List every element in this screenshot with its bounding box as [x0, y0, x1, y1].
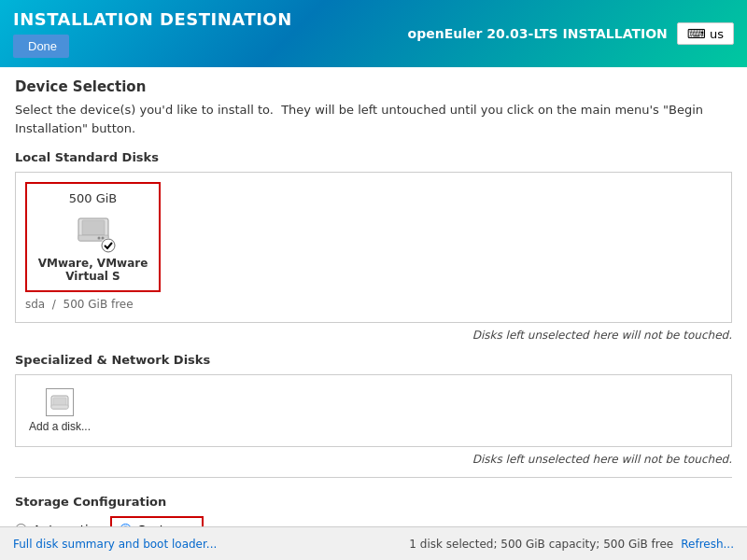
footer-right: 1 disk selected; 500 GiB capacity; 500 G… — [409, 538, 734, 551]
separator — [15, 477, 732, 478]
custom-label: Custom — [137, 523, 184, 526]
main-content: Device Selection Select the device(s) yo… — [0, 67, 747, 526]
custom-radio[interactable] — [120, 524, 132, 526]
installation-title: openEuler 20.03-LTS INSTALLATION — [408, 26, 668, 41]
disk-icon-wrapper — [75, 211, 112, 251]
add-disk-label: Add a disk... — [29, 420, 91, 433]
svg-rect-8 — [51, 405, 68, 409]
footer-status: 1 disk selected; 500 GiB capacity; 500 G… — [409, 538, 673, 551]
disk-summary-link[interactable]: Full disk summary and boot loader... — [13, 538, 217, 551]
storage-config-title: Storage Configuration — [15, 495, 732, 509]
specialized-disks-hint: Disks left unselected here will not be t… — [15, 453, 732, 466]
device-selection-description: Select the device(s) you'd like to insta… — [15, 101, 732, 137]
automatic-label: Automatic — [33, 523, 95, 526]
keyboard-indicator[interactable]: ⌨ us — [677, 22, 734, 45]
disk-path: sda — [25, 298, 45, 311]
local-disks-title: Local Standard Disks — [15, 150, 732, 164]
disk-meta: sda / 500 GiB free — [25, 298, 722, 311]
footer: Full disk summary and boot loader... 1 d… — [0, 526, 747, 560]
local-disks-area: 500 GiB VMware, VMware Virtual S — [15, 172, 732, 323]
automatic-option[interactable]: Automatic — [15, 523, 95, 526]
refresh-link[interactable]: Refresh... — [681, 538, 734, 551]
disk-size: 500 GiB — [35, 191, 151, 205]
header-left: INSTALLATION DESTINATION Done — [13, 9, 292, 58]
disk-item[interactable]: 500 GiB VMware, VMware Virtual S — [25, 182, 161, 292]
disk-check-icon — [101, 238, 116, 253]
storage-configuration: Storage Configuration Automatic Custom — [15, 487, 732, 526]
add-disk-icon — [46, 388, 74, 416]
header-right: openEuler 20.03-LTS INSTALLATION ⌨ us — [408, 22, 734, 45]
specialized-disks-title: Specialized & Network Disks — [15, 353, 732, 367]
svg-point-5 — [102, 239, 115, 252]
header: INSTALLATION DESTINATION Done openEuler … — [0, 0, 747, 67]
radio-group: Automatic Custom — [15, 516, 732, 526]
local-disks-hint: Disks left unselected here will not be t… — [15, 329, 732, 342]
specialized-disks-area: Add a disk... — [15, 374, 732, 447]
svg-rect-7 — [53, 398, 66, 406]
disk-name: VMware, VMware Virtual S — [35, 257, 151, 283]
custom-option-box: Custom — [110, 516, 204, 526]
page-title: INSTALLATION DESTINATION — [13, 9, 292, 29]
custom-option[interactable]: Custom — [120, 523, 184, 526]
automatic-radio[interactable] — [15, 524, 27, 526]
disk-free: 500 GiB free — [63, 298, 134, 311]
svg-rect-1 — [82, 220, 105, 235]
done-button[interactable]: Done — [13, 35, 69, 58]
keyboard-layout-label: us — [710, 27, 724, 41]
add-disk-button[interactable]: Add a disk... — [25, 385, 94, 437]
keyboard-icon: ⌨ — [687, 26, 706, 41]
device-selection-title: Device Selection — [15, 78, 732, 95]
